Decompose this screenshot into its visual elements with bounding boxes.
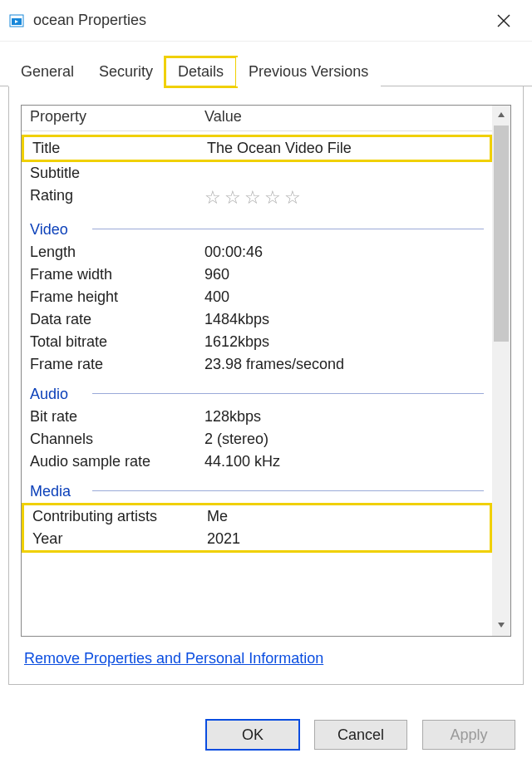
label-sample-rate: Audio sample rate	[30, 453, 204, 470]
column-header-row: Property Value	[22, 106, 492, 131]
value-data-rate: 1484kbps	[204, 311, 484, 328]
value-channels: 2 (stereo)	[204, 431, 484, 448]
ok-button[interactable]: OK	[206, 720, 299, 750]
scrollbar-thumb[interactable]	[494, 126, 509, 342]
value-length: 00:00:46	[204, 244, 484, 261]
row-length[interactable]: Length00:00:46	[22, 241, 492, 263]
row-rating[interactable]: Rating ☆☆☆☆☆	[22, 185, 492, 211]
value-subtitle[interactable]	[204, 165, 484, 182]
details-panel: Property Value Title The Ocean Video Fil…	[8, 86, 524, 685]
value-year[interactable]: 2021	[207, 530, 481, 548]
value-frame-width: 960	[204, 266, 484, 283]
scroll-up-button[interactable]	[492, 106, 510, 126]
label-bit-rate: Bit rate	[30, 408, 204, 426]
scrollbar-track[interactable]	[492, 126, 510, 616]
cancel-button[interactable]: Cancel	[314, 720, 407, 750]
label-frame-width: Frame width	[30, 266, 204, 283]
title-bar: ocean Properties	[0, 0, 532, 42]
label-channels: Channels	[30, 431, 204, 448]
row-subtitle[interactable]: Subtitle	[22, 162, 492, 185]
group-audio: Audio	[22, 384, 492, 406]
value-total-bitrate: 1612kbps	[204, 333, 484, 351]
group-label-media: Media	[30, 483, 79, 500]
row-total-bitrate[interactable]: Total bitrate1612kbps	[22, 331, 492, 353]
tab-strip: General Security Details Previous Versio…	[0, 57, 532, 86]
group-video: Video	[22, 219, 492, 241]
window-title: ocean Properties	[33, 12, 146, 29]
label-length: Length	[30, 244, 204, 261]
tab-previous-versions[interactable]: Previous Versions	[236, 57, 381, 86]
row-data-rate[interactable]: Data rate1484kbps	[22, 308, 492, 331]
properties-list: Property Value Title The Ocean Video Fil…	[21, 105, 511, 637]
highlight-media-rows: Contributing artistsMe Year2021	[22, 503, 492, 553]
svg-marker-6	[498, 623, 505, 628]
svg-marker-5	[498, 112, 505, 117]
row-bit-rate[interactable]: Bit rate128kbps	[22, 406, 492, 428]
label-total-bitrate: Total bitrate	[30, 333, 204, 351]
label-frame-height: Frame height	[30, 288, 204, 306]
row-channels[interactable]: Channels2 (stereo)	[22, 428, 492, 450]
tab-details[interactable]: Details	[165, 57, 236, 86]
value-frame-rate: 23.98 frames/second	[204, 356, 484, 373]
row-frame-rate[interactable]: Frame rate23.98 frames/second	[22, 353, 492, 376]
close-button[interactable]	[484, 1, 524, 41]
row-year[interactable]: Year2021	[24, 528, 490, 550]
row-contributing-artists[interactable]: Contributing artistsMe	[24, 505, 490, 528]
value-contributing-artists[interactable]: Me	[207, 508, 481, 525]
remove-properties-link[interactable]: Remove Properties and Personal Informati…	[24, 650, 323, 667]
tab-security[interactable]: Security	[86, 57, 165, 86]
group-label-video: Video	[30, 221, 76, 239]
properties-scroll-content: Property Value Title The Ocean Video Fil…	[22, 106, 492, 636]
label-subtitle: Subtitle	[30, 165, 204, 182]
row-title[interactable]: Title The Ocean Video File	[24, 137, 490, 160]
value-sample-rate: 44.100 kHz	[204, 453, 484, 470]
tab-general[interactable]: General	[8, 57, 86, 86]
column-header-property[interactable]: Property	[30, 108, 204, 126]
row-frame-height[interactable]: Frame height400	[22, 286, 492, 308]
column-header-value[interactable]: Value	[204, 108, 484, 126]
properties-dialog: ocean Properties General Security Detail…	[0, 0, 532, 768]
highlight-title-row: Title The Ocean Video File	[22, 135, 492, 162]
dialog-buttons: OK Cancel Apply	[206, 720, 515, 750]
label-frame-rate: Frame rate	[30, 356, 204, 373]
value-frame-height: 400	[204, 288, 484, 306]
file-type-icon	[8, 12, 25, 29]
group-label-audio: Audio	[30, 386, 76, 403]
label-rating: Rating	[30, 187, 204, 209]
value-bit-rate: 128kbps	[204, 408, 484, 426]
value-rating-stars[interactable]: ☆☆☆☆☆	[204, 187, 484, 209]
apply-button[interactable]: Apply	[422, 720, 515, 750]
row-frame-width[interactable]: Frame width960	[22, 263, 492, 286]
label-contributing-artists: Contributing artists	[32, 508, 207, 525]
label-data-rate: Data rate	[30, 311, 204, 328]
group-media: Media	[22, 481, 492, 503]
row-sample-rate[interactable]: Audio sample rate44.100 kHz	[22, 450, 492, 473]
label-year: Year	[32, 530, 207, 548]
value-title[interactable]: The Ocean Video File	[207, 140, 481, 157]
label-title: Title	[32, 140, 207, 157]
remove-properties-row: Remove Properties and Personal Informati…	[21, 637, 511, 667]
scroll-down-button[interactable]	[492, 616, 510, 636]
